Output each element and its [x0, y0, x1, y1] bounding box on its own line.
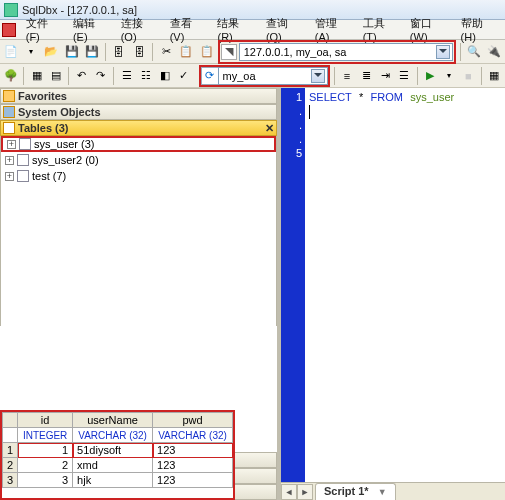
table-row[interactable]: 1 1 51diysoft 123 — [3, 443, 233, 458]
execute-button[interactable]: ▶ — [422, 66, 439, 86]
results-button[interactable]: ▦ — [486, 66, 503, 86]
connection-combo-highlight: ◥ 127.0.0.1, my_oa, sa — [218, 40, 456, 64]
list-button[interactable]: ☰ — [396, 66, 413, 86]
expand-icon[interactable]: + — [7, 140, 16, 149]
database-combo-text: my_oa — [221, 70, 311, 82]
database-combo[interactable]: my_oa — [218, 67, 328, 85]
save-all-button[interactable]: 💾 — [83, 42, 101, 62]
cell-pwd[interactable]: 123 — [153, 458, 233, 473]
menu-file[interactable]: 文件(F) — [20, 15, 67, 44]
expand-icon[interactable]: + — [5, 172, 14, 181]
menu-help[interactable]: 帮助(H) — [455, 15, 503, 44]
server-icon: ◥ — [221, 44, 237, 60]
chevron-down-icon[interactable] — [436, 45, 450, 59]
misc-button-1[interactable]: ☰ — [118, 66, 135, 86]
sql-editor[interactable]: 1 . . . 5 SELECT * FROM sys_user — [281, 88, 505, 482]
tables-header[interactable]: Tables (3) ✕ — [0, 120, 277, 136]
tree-item-label: sys_user2 (0) — [32, 154, 99, 166]
copy-button[interactable]: 📋 — [177, 42, 195, 62]
system-objects-header[interactable]: System Objects — [0, 104, 277, 120]
grid-button[interactable]: ▤ — [47, 66, 64, 86]
paste-button[interactable]: 📋 — [198, 42, 216, 62]
chevron-down-icon[interactable] — [311, 69, 325, 83]
tree-item-sys-user[interactable]: + sys_user (3) — [1, 136, 276, 152]
tree-item-test[interactable]: + test (7) — [1, 168, 276, 184]
type-pwd: VARCHAR (32) — [153, 428, 233, 443]
separator — [68, 67, 69, 85]
cell-username[interactable]: xmd — [73, 458, 153, 473]
misc-button-4[interactable]: ✓ — [175, 66, 192, 86]
sql-keyword: FROM — [371, 91, 403, 103]
col-pwd[interactable]: pwd — [153, 413, 233, 428]
tables-tree[interactable]: + sys_user (3) + sys_user2 (0) + test (7… — [0, 136, 277, 326]
table-icon — [17, 154, 29, 166]
db-button-2[interactable]: 🗄 — [130, 42, 148, 62]
corner-cell — [3, 413, 18, 428]
gear-icon — [3, 106, 15, 118]
table-icon — [19, 138, 31, 150]
col-username[interactable]: userName — [73, 413, 153, 428]
menu-connect[interactable]: 连接(O) — [115, 15, 164, 44]
code-content[interactable]: SELECT * FROM sys_user — [305, 88, 505, 482]
system-objects-label: System Objects — [18, 106, 101, 118]
new-query-button[interactable]: 📄 — [2, 42, 20, 62]
line-gutter: 1 . . . 5 — [281, 88, 305, 482]
cell-username[interactable]: hjk — [73, 473, 153, 488]
cell-pwd[interactable]: 123 — [153, 473, 233, 488]
table-row[interactable]: 3 3 hjk 123 — [3, 473, 233, 488]
tree-item-sys-user2[interactable]: + sys_user2 (0) — [1, 152, 276, 168]
window-icon[interactable] — [2, 23, 16, 37]
cell-id[interactable]: 2 — [18, 458, 73, 473]
table-row[interactable]: 2 2 xmd 123 — [3, 458, 233, 473]
cut-button[interactable]: ✂ — [157, 42, 175, 62]
misc-button-2[interactable]: ☷ — [137, 66, 154, 86]
table-icon — [3, 122, 15, 134]
app-icon — [4, 3, 18, 17]
new-dropdown[interactable]: ▾ — [22, 42, 40, 62]
table-header-row: id userName pwd — [3, 413, 233, 428]
db-button-1[interactable]: 🗄 — [110, 42, 128, 62]
script-tab[interactable]: Script 1* ▼ — [315, 483, 396, 500]
expand-icon[interactable]: + — [5, 156, 14, 165]
favorites-header[interactable]: Favorites — [0, 88, 277, 104]
tree-button[interactable]: 🌳 — [2, 66, 19, 86]
gutter-line: . — [281, 118, 302, 132]
comment-button[interactable]: ≡ — [338, 66, 355, 86]
redo-button[interactable]: ↷ — [92, 66, 109, 86]
favorites-label: Favorites — [18, 90, 67, 102]
tree-item-label: sys_user (3) — [34, 138, 95, 150]
disconnect-button[interactable]: 🔌 — [485, 42, 503, 62]
toggle-panel-button[interactable]: ▦ — [28, 66, 45, 86]
find-button[interactable]: 🔍 — [465, 42, 483, 62]
cell-username[interactable]: 51diysoft — [73, 443, 153, 458]
cell-id[interactable]: 3 — [18, 473, 73, 488]
toolbar-main: 📄 ▾ 📂 💾 💾 🗄 🗄 ✂ 📋 📋 ◥ 127.0.0.1, my_oa, … — [0, 40, 505, 64]
undo-button[interactable]: ↶ — [73, 66, 90, 86]
result-grid[interactable]: id userName pwd INTEGER VARCHAR (32) VAR… — [2, 412, 233, 488]
sql-star: * — [359, 91, 363, 103]
separator — [417, 67, 418, 85]
text-caret — [309, 105, 310, 119]
separator — [481, 67, 482, 85]
cell-id[interactable]: 1 — [18, 443, 73, 458]
stop-button[interactable]: ■ — [460, 66, 477, 86]
tab-scroll-left[interactable]: ◄ — [281, 484, 297, 500]
execute-dropdown[interactable]: ▾ — [441, 66, 458, 86]
star-icon — [3, 90, 15, 102]
menu-view[interactable]: 查看(V) — [164, 15, 212, 44]
menu-edit[interactable]: 编辑(E) — [67, 15, 115, 44]
collapse-icon[interactable]: ✕ — [265, 122, 274, 135]
open-button[interactable]: 📂 — [42, 42, 60, 62]
misc-button-3[interactable]: ◧ — [156, 66, 173, 86]
tab-scroll-right[interactable]: ► — [297, 484, 313, 500]
cell-pwd[interactable]: 123 — [153, 443, 233, 458]
uncomment-button[interactable]: ≣ — [357, 66, 374, 86]
col-id[interactable]: id — [18, 413, 73, 428]
separator — [105, 43, 106, 61]
tables-label: Tables (3) — [18, 122, 69, 134]
connection-combo[interactable]: 127.0.0.1, my_oa, sa — [239, 43, 453, 61]
indent-button[interactable]: ⇥ — [377, 66, 394, 86]
connection-combo-text: 127.0.0.1, my_oa, sa — [242, 46, 436, 58]
save-button[interactable]: 💾 — [63, 42, 81, 62]
refresh-icon[interactable]: ⟳ — [201, 67, 219, 85]
